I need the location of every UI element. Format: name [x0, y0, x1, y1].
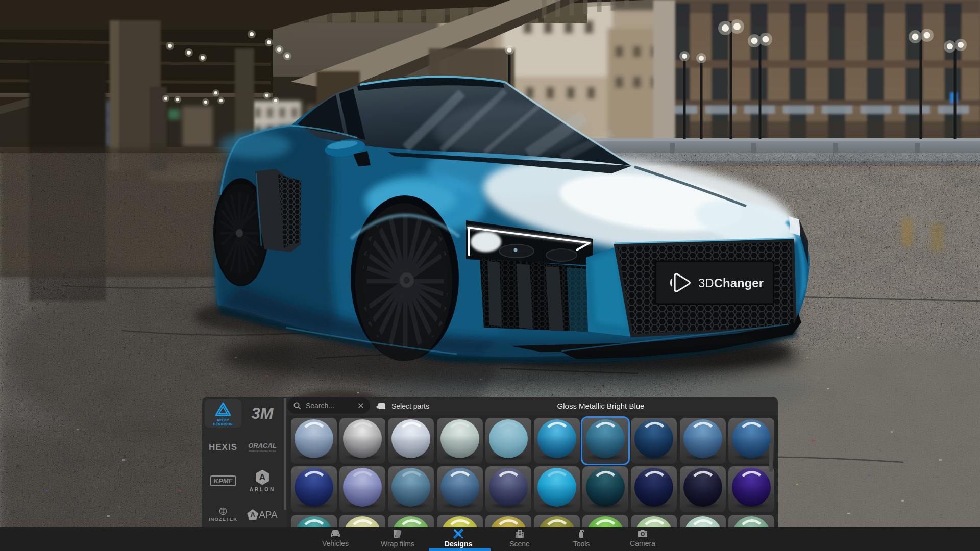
svg-text:3DChanger: 3DChanger [698, 276, 764, 290]
